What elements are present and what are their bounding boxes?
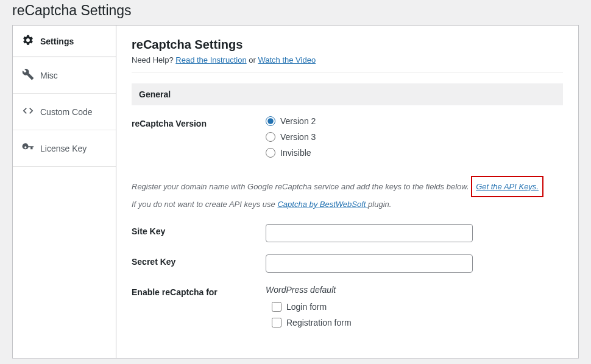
wp-default-subheading: WordPress default <box>266 285 563 295</box>
sidebar-label: Custom Code <box>40 107 93 117</box>
sidebar-label: License Key <box>40 144 87 153</box>
wrench-icon <box>22 68 34 82</box>
gear-icon <box>22 34 34 48</box>
info-text: If you do not want to create API keys us… <box>132 200 277 209</box>
get-api-keys-highlight: Get the API Keys. <box>471 176 543 197</box>
sidebar-item-custom-code[interactable]: Custom Code <box>13 96 116 127</box>
help-line: Need Help? Read the Instruction or Watch… <box>132 55 563 72</box>
radio-version-3-input[interactable] <box>266 132 275 142</box>
key-icon <box>22 141 34 155</box>
radio-label: Version 2 <box>280 116 316 126</box>
sidebar-item-license-key[interactable]: License Key <box>13 133 116 164</box>
sidebar-item-settings[interactable]: Settings <box>13 26 116 57</box>
captcha-bws-link[interactable]: Captcha by BestWebSoft <box>277 200 368 209</box>
info-text: plugin. <box>368 200 391 209</box>
sidebar-label: Misc <box>40 71 58 80</box>
radio-label: Invisible <box>280 148 311 158</box>
settings-main: reCaptcha Settings Need Help? Read the I… <box>116 26 578 358</box>
settings-panel: Settings Misc Custom Code <box>12 25 579 359</box>
radio-version-3[interactable]: Version 3 <box>266 132 563 142</box>
radio-invisible-input[interactable] <box>266 148 275 158</box>
radio-version-2-input[interactable] <box>266 116 275 126</box>
main-heading: reCaptcha Settings <box>132 38 563 52</box>
help-prefix: Need Help? <box>132 55 175 65</box>
version-label: reCaptcha Version <box>132 116 266 128</box>
checkbox-label: Registration form <box>286 318 352 327</box>
site-key-input[interactable] <box>266 224 473 242</box>
radio-version-2[interactable]: Version 2 <box>266 116 563 126</box>
checkbox-label: Login form <box>286 302 327 312</box>
checkbox-login-form[interactable]: Login form <box>272 302 563 312</box>
checkbox-registration-form[interactable]: Registration form <box>272 318 563 327</box>
sidebar-nav: Settings Misc Custom Code <box>13 26 116 358</box>
enable-label: Enable reCaptcha for <box>132 285 266 297</box>
get-api-keys-link[interactable]: Get the API Keys. <box>476 182 539 191</box>
section-general: General <box>132 83 563 105</box>
site-key-label: Site Key <box>132 224 266 236</box>
sidebar-item-misc[interactable]: Misc <box>13 60 116 91</box>
page-title: reCaptcha Settings <box>0 0 591 25</box>
info-text: Register your domain name with Google re… <box>132 182 471 191</box>
sidebar-label: Settings <box>40 37 74 46</box>
code-icon <box>22 105 34 119</box>
secret-key-input[interactable] <box>266 254 473 273</box>
radio-invisible[interactable]: Invisible <box>266 148 563 158</box>
checkbox-registration-input[interactable] <box>272 318 281 327</box>
checkbox-login-input[interactable] <box>272 302 281 312</box>
help-or: or <box>247 55 258 65</box>
radio-label: Version 3 <box>280 132 316 142</box>
api-info-block: Register your domain name with Google re… <box>132 176 563 212</box>
read-instruction-link[interactable]: Read the Instruction <box>175 55 246 65</box>
secret-key-label: Secret Key <box>132 254 266 267</box>
watch-video-link[interactable]: Watch the Video <box>258 55 316 65</box>
